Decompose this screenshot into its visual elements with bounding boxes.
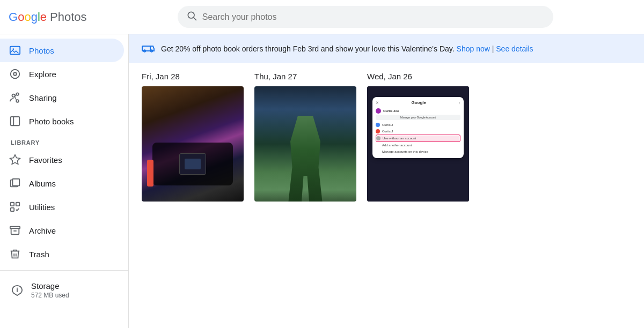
storage-label: Storage (31, 281, 69, 290)
search-icon (186, 10, 197, 24)
mini-account-modal: ✕ Google ↑ Curtis Joe Manage your Google (372, 97, 464, 158)
storage-icon (11, 284, 24, 297)
photos-dates-row: Fri, Jan 28 Thu, Jan 27 (129, 63, 644, 210)
sidebar-item-trash-label: Trash (29, 250, 49, 259)
utilities-icon (9, 200, 21, 213)
sidebar-item-trash[interactable]: Trash (0, 242, 124, 266)
logo-photos-text: Photos (50, 10, 87, 24)
sidebar-item-favorites[interactable]: Favorites (0, 148, 124, 172)
svg-rect-18 (11, 208, 14, 211)
sidebar-item-favorites-label: Favorites (29, 155, 62, 165)
svg-marker-13 (10, 155, 20, 164)
sidebar-item-photo-books[interactable]: Photo books (0, 109, 124, 133)
svg-point-3 (12, 48, 14, 50)
photo-thumb-jan28[interactable] (142, 86, 244, 202)
sidebar-item-explore[interactable]: Explore (0, 62, 124, 86)
sidebar-item-sharing[interactable]: Sharing (0, 86, 124, 109)
svg-point-7 (16, 93, 19, 95)
main-content: Get 20% off photo book orders through Fe… (129, 34, 644, 328)
sidebar-divider (0, 270, 128, 271)
sidebar-item-albums-label: Albums (29, 179, 56, 188)
svg-rect-16 (11, 203, 14, 206)
date-label-jan28: Fri, Jan 28 (142, 72, 244, 81)
storage-used: 572 MB used (31, 292, 69, 299)
photo-thumb-jan26[interactable]: ✕ Google ↑ Curtis Joe Manage your Google (367, 86, 469, 202)
date-section-jan26: Wed, Jan 26 ✕ Google ↑ (367, 72, 469, 202)
delivery-icon (142, 41, 155, 57)
sidebar-item-photo-books-label: Photo books (29, 117, 74, 126)
app-header: Google Photos (0, 0, 644, 34)
see-details-link[interactable]: See details (496, 44, 533, 53)
search-bar[interactable] (178, 6, 553, 28)
photo-thumb-jan27[interactable] (254, 86, 356, 202)
svg-rect-17 (16, 203, 19, 206)
sidebar-item-archive[interactable]: Archive (0, 219, 124, 242)
promo-banner: Get 20% off photo book orders through Fe… (129, 34, 644, 63)
svg-point-24 (17, 287, 18, 288)
storage-section[interactable]: Storage 572 MB used (0, 275, 128, 305)
svg-rect-11 (11, 117, 20, 126)
date-section-jan27: Thu, Jan 27 (254, 72, 356, 202)
date-label-jan26: Wed, Jan 26 (367, 72, 469, 81)
star-icon (9, 153, 21, 166)
svg-line-10 (15, 97, 17, 100)
sidebar-item-explore-label: Explore (29, 70, 56, 79)
svg-rect-15 (12, 179, 19, 186)
logo-text: Google (9, 10, 47, 24)
sidebar-item-sharing-label: Sharing (29, 93, 57, 102)
sidebar-item-archive-label: Archive (29, 226, 56, 235)
promo-text: Get 20% off photo book orders through Fe… (161, 44, 533, 53)
svg-point-5 (13, 72, 17, 76)
app-logo[interactable]: Google Photos (9, 10, 87, 24)
main-layout: Photos Explore Sharing Photo books LIBRA… (0, 34, 644, 328)
photos-icon (9, 44, 21, 57)
library-section-label: LIBRARY (0, 133, 128, 148)
svg-rect-19 (10, 227, 20, 229)
sidebar-item-photos[interactable]: Photos (0, 39, 124, 62)
explore-icon (9, 68, 21, 80)
sidebar-item-albums[interactable]: Albums (0, 172, 124, 195)
shop-now-link[interactable]: Shop now (457, 44, 490, 53)
archive-icon (9, 224, 21, 237)
svg-point-4 (11, 70, 20, 79)
book-icon (9, 115, 21, 128)
album-icon (9, 177, 21, 190)
svg-point-6 (12, 94, 16, 98)
sharing-icon (9, 91, 21, 104)
sidebar: Photos Explore Sharing Photo books LIBRA… (0, 34, 129, 328)
sidebar-item-photos-label: Photos (29, 46, 54, 55)
date-section-jan28: Fri, Jan 28 (142, 72, 244, 202)
svg-line-1 (194, 18, 196, 20)
sidebar-item-utilities-label: Utilities (29, 203, 55, 212)
sidebar-item-utilities[interactable]: Utilities (0, 195, 124, 219)
search-input[interactable] (202, 12, 545, 22)
date-label-jan27: Thu, Jan 27 (254, 72, 356, 81)
trash-icon (9, 248, 21, 260)
